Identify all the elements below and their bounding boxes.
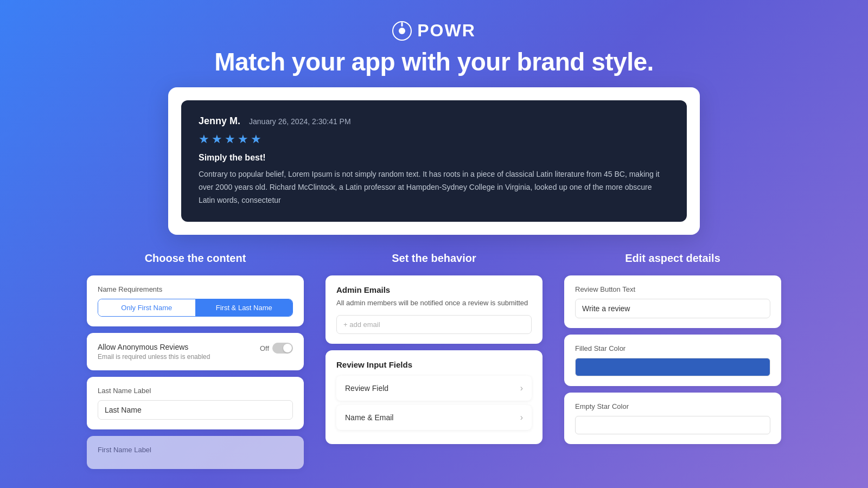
preview-container: Jenny M. January 26, 2024, 2:30:41 PM ★ … [168, 87, 700, 235]
review-input-fields-label: Review Input Fields [336, 360, 532, 369]
page-header: POWR Match your app with your brand styl… [0, 0, 868, 87]
review-date: January 26, 2024, 2:30:41 PM [249, 117, 351, 126]
star-2: ★ [212, 132, 222, 146]
section-behavior-title: Set the behavior [326, 252, 542, 265]
svg-point-1 [399, 28, 405, 34]
admin-emails-label: Admin Emails [336, 285, 532, 294]
section-behavior: Set the behavior Admin Emails All admin … [326, 252, 542, 476]
logo-text: POWR [417, 21, 476, 41]
card-review-input-fields: Review Input Fields Review Field › Name … [326, 350, 542, 444]
section-aspect: Edit aspect details Review Button Text F… [564, 252, 781, 476]
star-4: ★ [238, 132, 248, 146]
logo-area: POWR [0, 21, 868, 41]
first-name-label-heading: First Name Label [98, 446, 293, 454]
section-content: Choose the content Name Requirements Onl… [87, 252, 304, 476]
review-title: Simply the best! [199, 153, 669, 163]
switch-thumb [283, 344, 292, 352]
last-name-label-input[interactable] [98, 400, 293, 420]
anonymous-reviews-row: Allow Anonymous Reviews Email is require… [98, 343, 293, 361]
admin-emails-desc: All admin members will be notified once … [336, 298, 532, 309]
review-button-text-label: Review Button Text [575, 285, 770, 293]
card-filled-star-color: Filled Star Color [564, 335, 781, 386]
star-3: ★ [225, 132, 235, 146]
name-email-field-row[interactable]: Name & Email › [336, 405, 532, 430]
stars-row: ★ ★ ★ ★ ★ [199, 132, 669, 146]
card-last-name-label: Last Name Label [87, 377, 304, 429]
review-button-text-input[interactable] [575, 299, 770, 318]
review-header: Jenny M. January 26, 2024, 2:30:41 PM [199, 115, 669, 127]
section-content-title: Choose the content [87, 252, 304, 265]
star-1: ★ [199, 132, 209, 146]
card-empty-star-color: Empty Star Color [564, 393, 781, 444]
switch-off-label: Off [260, 344, 269, 352]
name-email-label: Name & Email [345, 413, 393, 422]
card-admin-emails: Admin Emails All admin members will be n… [326, 275, 542, 344]
toggle-only-first-name[interactable]: Only First Name [98, 299, 196, 316]
card-first-name-label: First Name Label [87, 436, 304, 469]
card-anonymous-reviews: Allow Anonymous Reviews Email is require… [87, 333, 304, 370]
powr-logo-icon [392, 21, 412, 41]
section-aspect-title: Edit aspect details [564, 252, 781, 265]
name-email-chevron: › [520, 413, 523, 422]
bottom-sections: Choose the content Name Requirements Onl… [0, 235, 868, 476]
anonymous-reviews-info: Allow Anonymous Reviews Email is require… [98, 343, 210, 361]
review-field-row[interactable]: Review Field › [336, 376, 532, 401]
name-requirements-label: Name Requirements [98, 285, 293, 293]
anonymous-reviews-sub: Email is required unless this is enabled [98, 353, 210, 361]
add-email-button[interactable]: + add email [336, 315, 532, 334]
review-field-label: Review Field [345, 384, 388, 393]
name-requirements-toggle: Only First Name First & Last Name [98, 299, 293, 317]
toggle-first-last-name[interactable]: First & Last Name [196, 299, 293, 316]
anonymous-reviews-switch-control: Off [260, 343, 293, 354]
review-body: Contrary to popular belief, Lorem Ipsum … [199, 168, 669, 207]
star-5: ★ [251, 132, 261, 146]
empty-star-color-label: Empty Star Color [575, 402, 770, 410]
empty-star-color-swatch[interactable] [575, 416, 770, 434]
anonymous-reviews-toggle[interactable] [272, 343, 293, 354]
filled-star-color-label: Filled Star Color [575, 344, 770, 352]
review-field-chevron: › [520, 383, 523, 393]
review-card: Jenny M. January 26, 2024, 2:30:41 PM ★ … [181, 100, 687, 222]
reviewer-name: Jenny M. [199, 115, 240, 127]
filled-star-color-swatch[interactable] [575, 358, 770, 376]
anonymous-reviews-label: Allow Anonymous Reviews [98, 343, 210, 351]
headline: Match your app with your brand style. [0, 47, 868, 76]
last-name-label-heading: Last Name Label [98, 387, 293, 395]
card-name-requirements: Name Requirements Only First Name First … [87, 275, 304, 326]
card-review-button-text: Review Button Text [564, 275, 781, 328]
svg-rect-2 [401, 22, 403, 27]
